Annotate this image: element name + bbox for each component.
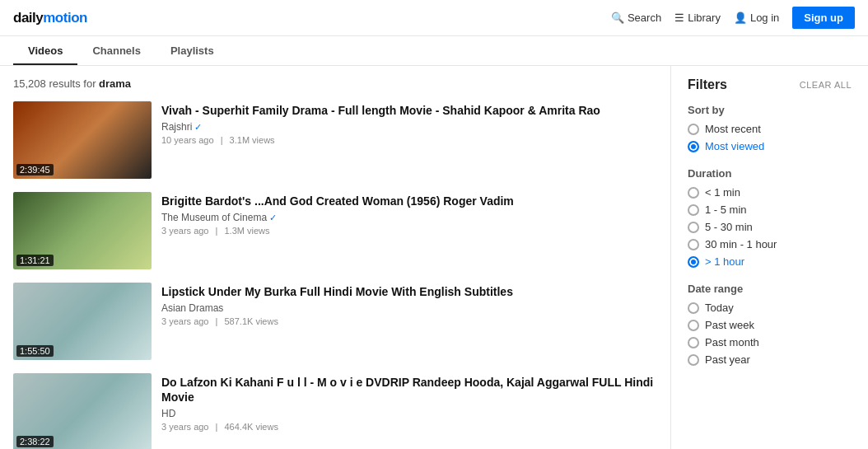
radio-circle (688, 256, 699, 268)
radio-circle (688, 187, 699, 199)
radio-item-most_viewed[interactable]: Most viewed (688, 140, 852, 152)
video-thumbnail[interactable]: 2:39:45 (13, 101, 152, 179)
duration-section: Duration < 1 min1 - 5 min5 - 30 min30 mi… (688, 167, 852, 268)
radio-label: > 1 hour (705, 255, 744, 268)
video-title[interactable]: Lipstick Under My Burka Full Hindi Movie… (161, 284, 657, 299)
radio-item-past_year[interactable]: Past year (688, 353, 852, 366)
search-button[interactable]: 🔍 Search (611, 12, 661, 24)
results-for-text: results for (49, 77, 99, 90)
radio-item-lt1min[interactable]: < 1 min (688, 186, 852, 199)
library-label: Library (688, 12, 721, 24)
radio-label: < 1 min (705, 186, 740, 199)
date-range-group: TodayPast weekPast monthPast year (688, 302, 852, 366)
verified-icon: ✓ (269, 213, 277, 223)
video-duration: 1:55:50 (16, 345, 54, 357)
video-meta: 3 years ago | 464.4K views (161, 422, 657, 432)
video-meta: 3 years ago | 1.3M views (161, 226, 657, 236)
nav-tabs: Videos Channels Playlists (0, 36, 868, 66)
video-channel: Asian Dramas (161, 302, 657, 314)
radio-label: Past year (705, 353, 750, 366)
radio-label: Today (705, 302, 734, 314)
duration-title: Duration (688, 167, 852, 180)
library-icon: ☰ (674, 12, 684, 24)
video-meta: 10 years ago | 3.1M views (161, 135, 657, 145)
video-channel: Rajshri✓ (161, 121, 657, 133)
clear-all-button[interactable]: CLEAR ALL (800, 80, 852, 90)
radio-item-past_week[interactable]: Past week (688, 319, 852, 331)
video-channel: The Museum of Cinema✓ (161, 212, 657, 223)
main-content: 15,208 results for drama 2:39:45 Vivah -… (0, 66, 868, 449)
search-label: Search (628, 12, 661, 24)
video-views: 464.4K views (224, 422, 278, 432)
sort-by-section: Sort by Most recentMost viewed (688, 104, 852, 152)
radio-label: 30 min - 1 hour (705, 238, 777, 250)
header-right: 🔍 Search ☰ Library 👤 Log in Sign up (611, 7, 855, 29)
radio-item-past_month[interactable]: Past month (688, 336, 852, 348)
radio-circle (688, 320, 699, 331)
filters-sidebar: Filters CLEAR ALL Sort by Most recentMos… (670, 66, 868, 449)
video-title[interactable]: Do Lafzon Ki Kahani F u l l - M o v i e … (161, 375, 657, 405)
signup-button[interactable]: Sign up (792, 7, 855, 29)
radio-circle (688, 204, 699, 216)
sort-by-title: Sort by (688, 104, 852, 116)
video-meta: 3 years ago | 587.1K views (161, 316, 657, 326)
user-icon: 👤 (734, 12, 747, 24)
video-age: 3 years ago (161, 226, 208, 236)
video-thumbnail[interactable]: 1:55:50 (13, 283, 152, 360)
filter-title: Filters (688, 77, 727, 92)
header: dailymotion 🔍 Search ☰ Library 👤 Log in … (0, 0, 868, 36)
radio-label: Past week (705, 319, 754, 331)
search-icon: 🔍 (611, 12, 624, 24)
login-label: Log in (750, 12, 779, 24)
video-item: 2:39:45 Vivah - Superhit Family Drama - … (13, 101, 657, 179)
meta-separator: | (216, 422, 218, 432)
video-item: 1:31:21 Brigitte Bardot's ...And God Cre… (13, 192, 657, 269)
radio-label: 5 - 30 min (705, 221, 753, 233)
radio-label: Most recent (705, 123, 761, 135)
library-button[interactable]: ☰ Library (674, 12, 721, 24)
video-thumbnail[interactable]: 2:38:22 (13, 373, 152, 449)
radio-circle (688, 141, 699, 152)
date-range-title: Date range (688, 283, 852, 295)
video-info: Brigitte Bardot's ...And God Created Wom… (161, 192, 657, 269)
video-age: 3 years ago (161, 316, 208, 326)
header-left: dailymotion (13, 10, 87, 26)
date-range-section: Date range TodayPast weekPast monthPast … (688, 283, 852, 366)
radio-circle (688, 239, 699, 250)
video-list: 2:39:45 Vivah - Superhit Family Drama - … (13, 101, 657, 449)
video-duration: 2:39:45 (16, 164, 54, 175)
logo[interactable]: dailymotion (13, 10, 87, 26)
video-info: Lipstick Under My Burka Full Hindi Movie… (161, 283, 657, 360)
video-title[interactable]: Vivah - Superhit Family Drama - Full len… (161, 103, 657, 118)
radio-item-gt1hr[interactable]: > 1 hour (688, 255, 852, 268)
radio-circle (688, 124, 699, 135)
radio-label: 1 - 5 min (705, 203, 747, 216)
results-query: drama (99, 77, 131, 90)
radio-item-today[interactable]: Today (688, 302, 852, 314)
radio-item-most_recent[interactable]: Most recent (688, 123, 852, 135)
radio-label: Past month (705, 336, 759, 348)
radio-item-1to5min[interactable]: 1 - 5 min (688, 203, 852, 216)
video-info: Vivah - Superhit Family Drama - Full len… (161, 101, 657, 179)
video-duration: 2:38:22 (16, 436, 54, 447)
results-count: 15,208 (13, 77, 46, 90)
radio-item-5to30min[interactable]: 5 - 30 min (688, 221, 852, 233)
tab-channels[interactable]: Channels (77, 36, 156, 65)
meta-separator: | (221, 135, 223, 145)
duration-group: < 1 min1 - 5 min5 - 30 min30 min - 1 hou… (688, 186, 852, 268)
tab-videos[interactable]: Videos (13, 36, 77, 65)
video-age: 3 years ago (161, 422, 208, 432)
video-title[interactable]: Brigitte Bardot's ...And God Created Wom… (161, 194, 657, 208)
verified-icon: ✓ (194, 122, 202, 133)
video-info: Do Lafzon Ki Kahani F u l l - M o v i e … (161, 373, 657, 449)
video-thumbnail[interactable]: 1:31:21 (13, 192, 152, 269)
video-views: 1.3M views (224, 226, 269, 236)
tab-playlists[interactable]: Playlists (156, 36, 229, 65)
video-age: 10 years ago (161, 135, 214, 145)
results-header: 15,208 results for drama (13, 77, 657, 90)
video-views: 3.1M views (230, 135, 275, 145)
video-item: 2:38:22 Do Lafzon Ki Kahani F u l l - M … (13, 373, 657, 449)
radio-item-30minto1hr[interactable]: 30 min - 1 hour (688, 238, 852, 250)
radio-circle (688, 222, 699, 233)
login-button[interactable]: 👤 Log in (734, 12, 779, 24)
